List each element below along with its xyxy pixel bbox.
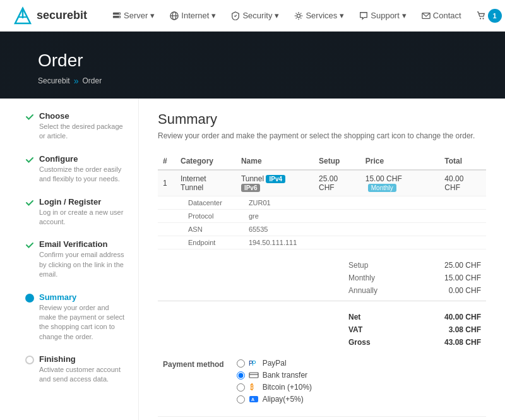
- breadcrumb-sep: »: [74, 76, 79, 86]
- envelope-icon: [422, 11, 431, 20]
- page-title: Order: [38, 51, 467, 71]
- step-configure-desc: Customize the order easily and flexibly …: [39, 165, 126, 184]
- nav-security[interactable]: Security ▾: [225, 7, 285, 24]
- paypal-radio[interactable]: [237, 359, 245, 368]
- nav-items: Server ▾ Internet ▾ Security ▾ Services …: [106, 5, 505, 27]
- nav-cart[interactable]: 1: [470, 5, 505, 27]
- nav-support[interactable]: Support ▾: [353, 7, 413, 24]
- step-email: Email Verification Confirm your email ad…: [25, 239, 126, 279]
- item-total: 40.00 CHF: [439, 170, 486, 196]
- breadcrumb-home[interactable]: Securebit: [38, 76, 70, 85]
- subtotal-setup-val: 25.00 CHF: [424, 261, 481, 270]
- content-title: Summary: [158, 111, 486, 128]
- detail-protocol-label: Protocol: [175, 210, 236, 223]
- subtotal-setup-label: Setup: [348, 261, 424, 270]
- detail-datacenter-value: ZUR01: [236, 196, 486, 210]
- col-name: Name: [236, 153, 314, 170]
- nav-services[interactable]: Services ▾: [288, 7, 350, 24]
- alipay-radio[interactable]: [237, 395, 245, 404]
- subtotal-monthly: Monthly 15.00 CHF: [158, 272, 486, 284]
- detail-protocol-value: gre: [236, 210, 486, 223]
- cart-count: 1: [488, 9, 502, 23]
- check-icon: [25, 112, 34, 121]
- step-login-title: Login / Register: [39, 197, 126, 207]
- step-email-desc: Confirm your email address by clicking o…: [39, 250, 126, 279]
- globe-icon: [170, 11, 179, 20]
- detail-protocol: Protocol gre: [158, 210, 486, 223]
- gross-val: 43.08 CHF: [424, 338, 481, 347]
- nav-internet[interactable]: Internet ▾: [163, 7, 222, 24]
- nav-contact[interactable]: Contact: [415, 7, 468, 24]
- payment-bank[interactable]: Bank transfer: [237, 371, 312, 380]
- step-login-desc: Log in or create a new user account.: [39, 208, 126, 227]
- subtotal-annually-val: 0.00 CHF: [424, 286, 481, 295]
- shield-icon: [231, 11, 240, 20]
- cart-icon: [477, 11, 485, 20]
- alipay-label: Alipay(+5%): [263, 395, 304, 404]
- col-num: #: [158, 153, 175, 170]
- item-name-text: Tunnel: [241, 174, 264, 183]
- step-configure-title: Configure: [39, 154, 126, 164]
- step-summary-desc: Review your order and make the payment o…: [39, 303, 126, 342]
- brand-logo[interactable]: securebit: [13, 6, 87, 26]
- breadcrumb-current: Order: [83, 76, 102, 85]
- subtotal-annually-label: Annually: [348, 286, 424, 295]
- sidebar: Choose Select the desired package or art…: [0, 99, 139, 420]
- item-name: Tunnel IPv4 IPv6: [236, 170, 314, 196]
- check-icon-2: [25, 155, 34, 164]
- breadcrumb: Securebit » Order: [38, 76, 467, 86]
- bitcoin-radio[interactable]: [237, 383, 245, 392]
- step-finishing: Finishing Activate customer account and …: [25, 354, 126, 385]
- hero-section: Order Securebit » Order: [0, 32, 505, 99]
- detail-datacenter: Datacenter ZUR01: [158, 196, 486, 210]
- net-val: 40.00 CHF: [424, 313, 481, 321]
- svg-line-11: [235, 15, 237, 16]
- step-summary-title: Summary: [39, 292, 126, 302]
- bank-label: Bank transfer: [263, 371, 307, 380]
- bank-radio[interactable]: [237, 371, 245, 380]
- step-configure: Configure Customize the order easily and…: [25, 154, 126, 184]
- main-container: Choose Select the desired package or art…: [0, 99, 505, 420]
- comment-icon: [359, 11, 368, 20]
- bitcoin-icon: ₿: [249, 383, 259, 391]
- step-choose-title: Choose: [39, 111, 126, 121]
- paypal-icon: PP: [249, 359, 259, 367]
- payment-bitcoin[interactable]: ₿ Bitcoin (+10%): [237, 383, 312, 392]
- item-num: 1: [158, 170, 175, 196]
- col-price: Price: [360, 153, 440, 170]
- svg-point-15: [482, 18, 484, 19]
- nav-server[interactable]: Server ▾: [106, 7, 161, 24]
- bank-icon: [249, 371, 259, 379]
- bitcoin-label: Bitcoin (+10%): [263, 383, 312, 392]
- svg-point-5: [119, 13, 121, 14]
- inactive-dot-icon: [25, 356, 34, 364]
- detail-endpoint-value: 194.50.111.111: [236, 236, 486, 249]
- step-email-title: Email Verification: [39, 239, 126, 249]
- detail-endpoint: Endpoint 194.50.111.111: [158, 236, 486, 249]
- total-vat: VAT 3.08 CHF: [158, 323, 486, 336]
- step-summary: Summary Review your order and make the p…: [25, 292, 126, 342]
- table-row: 1 Internet Tunnel Tunnel IPv4 IPv6 25.00…: [158, 170, 486, 196]
- step-choose: Choose Select the desired package or art…: [25, 111, 126, 141]
- subtotal-setup: Setup 25.00 CHF: [158, 259, 486, 272]
- total-net: Net 40.00 CHF: [158, 311, 486, 323]
- detail-asn-value: 65535: [236, 223, 486, 236]
- step-login: Login / Register Log in or create a new …: [25, 197, 126, 227]
- svg-text:P: P: [252, 360, 256, 367]
- subtotal-monthly-val: 15.00 CHF: [424, 273, 481, 282]
- payment-options: PP PayPal Bank transfer ₿ Bitcoin (+10%)…: [237, 359, 312, 404]
- gross-label: Gross: [348, 338, 424, 347]
- brand-name: securebit: [37, 9, 87, 22]
- svg-text:₿: ₿: [250, 383, 254, 391]
- payment-paypal[interactable]: PP PayPal: [237, 359, 312, 368]
- check-icon-3: [25, 198, 34, 207]
- payment-alipay[interactable]: A Alipay(+5%): [237, 395, 312, 404]
- col-category: Category: [175, 153, 236, 170]
- monthly-badge: Monthly: [368, 184, 396, 192]
- vat-val: 3.08 CHF: [424, 325, 481, 334]
- step-choose-desc: Select the desired package or article.: [39, 122, 126, 141]
- server-icon: [112, 11, 121, 20]
- navbar: securebit Server ▾ Internet ▾ Security ▾…: [0, 0, 505, 32]
- payment-section: Payment method PP PayPal Bank transfer ₿…: [158, 359, 486, 404]
- payment-label: Payment method: [163, 359, 224, 369]
